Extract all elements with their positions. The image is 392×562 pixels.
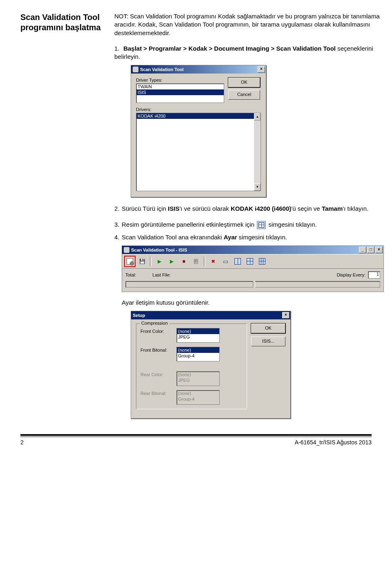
- compression-legend: Compression: [140, 321, 169, 326]
- display-every-label: Display Every:: [337, 272, 365, 277]
- minimize-icon[interactable]: _: [359, 247, 366, 253]
- stop-button[interactable]: ■: [178, 256, 189, 267]
- rear-bitonal-list: (none) Group-4: [176, 390, 220, 405]
- list-item: Group-4: [177, 396, 219, 402]
- step-2-b2: KODAK i4200 (i4600): [231, 205, 291, 212]
- app-icon: [133, 67, 138, 72]
- step-4-t2: simgesini tıklayın.: [237, 234, 287, 241]
- drivers-scrollbar[interactable]: ▴ ▾: [254, 113, 261, 191]
- driver-type-item[interactable]: TWAIN: [136, 84, 224, 89]
- front-bitonal-list[interactable]: (none) Group-4: [176, 347, 220, 361]
- progress-bar: [125, 281, 380, 288]
- grid-2-icon: [234, 258, 241, 265]
- doc-id: A-61654_tr/ISIS Ağustos 2013: [295, 439, 372, 446]
- setup-dialog: Setup × Compression Front Color:: [131, 311, 291, 419]
- toolbar-row: 💾 ▶ ▶ ■ © ✖ ▭: [122, 254, 383, 269]
- rear-color-list: (none) JPEG: [176, 371, 220, 386]
- save-icon: 💾: [139, 259, 145, 264]
- page-number: 2: [20, 439, 24, 446]
- delete-button[interactable]: ✖: [208, 256, 218, 267]
- list-item-selected[interactable]: (none): [177, 328, 219, 334]
- driver-type-item-selected[interactable]: ISIS: [136, 89, 224, 95]
- step-2: 2.Sürücü Türü için ISIS'ı ve sürücü olar…: [114, 205, 384, 213]
- result-paragraph: Ayar iletişim kutusu görüntülenir.: [122, 299, 384, 307]
- front-color-label: Front Color:: [140, 328, 173, 334]
- list-item-selected[interactable]: (none): [177, 347, 219, 353]
- drivers-label: Drivers:: [136, 107, 261, 112]
- lastfile-label: Last File:: [152, 272, 171, 277]
- step-3-t2: simgesini tıklayın.: [267, 221, 317, 228]
- driver-item-selected[interactable]: KODAK i4200: [136, 113, 254, 119]
- ok-button[interactable]: OK: [228, 78, 260, 87]
- svt-dialog: Scan Validation Tool × Driver Types: TWA…: [131, 65, 266, 197]
- list-item[interactable]: JPEG: [177, 334, 219, 340]
- svt-title: Scan Validation Tool: [140, 67, 184, 72]
- step-4-number: 4.: [114, 233, 122, 241]
- settings-icon: [127, 258, 133, 265]
- status-row: Total: Last File: Display Every: 1: [122, 269, 383, 279]
- step-3: 3.Resim görüntüleme panellerini etkinleş…: [114, 221, 384, 229]
- view-grid6-button[interactable]: [257, 256, 267, 267]
- play-icon: ▶: [170, 259, 174, 264]
- driver-types-label: Driver Types:: [136, 78, 224, 83]
- ok-button[interactable]: OK: [251, 323, 285, 333]
- step-1-number: 1.: [114, 45, 122, 53]
- scroll-up-icon[interactable]: ▴: [254, 113, 261, 120]
- step-2-t4: 'ı tıklayın.: [343, 205, 368, 212]
- footer-rule: [20, 434, 372, 436]
- stop-icon: ■: [182, 259, 185, 264]
- view-split-button[interactable]: [232, 256, 243, 267]
- grid-6-icon: [259, 258, 265, 265]
- isis-button[interactable]: ISIS...: [251, 337, 285, 346]
- list-item: (none): [177, 390, 219, 396]
- setup-title: Setup: [133, 313, 145, 318]
- note-paragraph: NOT: Scan Validation Tool programını Kod…: [114, 12, 384, 37]
- front-bitonal-label: Front Bitonal:: [140, 347, 173, 352]
- rear-bitonal-label: Rear Bitonal:: [140, 390, 173, 396]
- list-item[interactable]: Group-4: [177, 353, 219, 359]
- section-heading: Scan Validation Tool programını başlatma: [20, 12, 106, 33]
- step-2-t1: Sürücü Türü için: [122, 205, 168, 212]
- step-2-number: 2.: [114, 205, 122, 213]
- compression-fieldset: Compression Front Color: (none) JPEG: [136, 323, 247, 409]
- play-button[interactable]: ▶: [154, 256, 165, 267]
- step-4-t1: Scan Validation Tool ana ekranındaki: [122, 234, 224, 241]
- step-1: 1. Başlat > Programlar > Kodak > Documen…: [114, 45, 384, 61]
- toolbar-separator: [150, 256, 151, 266]
- toolbar-separator: [204, 256, 205, 266]
- save-button[interactable]: 💾: [137, 256, 147, 267]
- maximize-icon[interactable]: □: [367, 247, 374, 253]
- step-2-t3: 'ü seçin ve: [291, 205, 322, 212]
- license-button[interactable]: ©: [191, 256, 201, 267]
- driver-types-list[interactable]: TWAIN ISIS: [136, 83, 224, 103]
- settings-button[interactable]: [125, 256, 135, 267]
- close-icon[interactable]: ×: [375, 247, 383, 253]
- license-icon: ©: [194, 259, 198, 264]
- x-icon: ✖: [211, 259, 215, 264]
- close-icon[interactable]: ×: [258, 66, 265, 73]
- step-4: 4.Scan Validation Tool ana ekranındaki A…: [114, 233, 384, 241]
- play-alt-button[interactable]: ▶: [166, 256, 177, 267]
- step-3-t1: Resim görüntüleme panellerini etkinleşti…: [122, 221, 256, 228]
- view-single-button[interactable]: ▭: [220, 256, 231, 267]
- svt-main-title: Scan Validation Tool - ISIS: [131, 248, 187, 252]
- setup-titlebar: Setup ×: [131, 311, 290, 319]
- front-color-list[interactable]: (none) JPEG: [176, 328, 220, 343]
- svt-main-window: Scan Validation Tool - ISIS _ □ × 💾: [122, 245, 384, 292]
- rect-icon: ▭: [223, 258, 228, 265]
- list-item: JPEG: [177, 377, 219, 383]
- cancel-button[interactable]: Cancel: [228, 90, 260, 100]
- step-4-b1: Ayar: [224, 234, 237, 241]
- close-icon[interactable]: ×: [282, 312, 290, 319]
- display-every-input[interactable]: 1: [368, 271, 380, 279]
- footer: 2 A-61654_tr/ISIS Ağustos 2013: [20, 439, 372, 446]
- svt-titlebar: Scan Validation Tool ×: [131, 65, 266, 74]
- scroll-down-icon[interactable]: ▾: [254, 183, 261, 191]
- step-2-b1: ISIS: [168, 205, 179, 212]
- step-2-b3: Tamam: [322, 205, 343, 212]
- play-icon: ▶: [158, 259, 161, 264]
- list-item: (none): [177, 372, 219, 377]
- step-1-bold: Başlat > Programlar > Kodak > Document I…: [123, 45, 336, 52]
- drivers-list[interactable]: KODAK i4200 ▴ ▾: [136, 113, 261, 191]
- view-grid4-button[interactable]: [245, 256, 255, 267]
